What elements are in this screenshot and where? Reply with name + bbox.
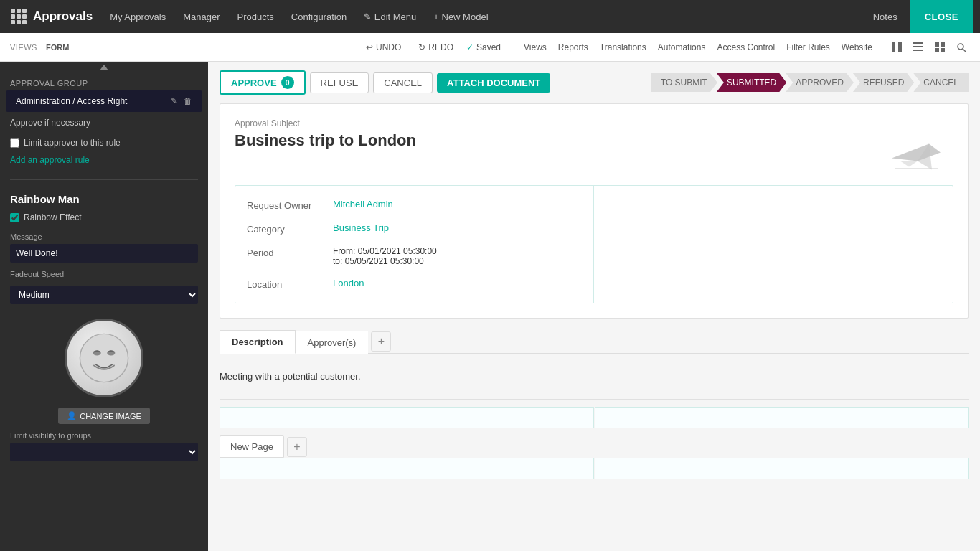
action-filter-rules[interactable]: Filter Rules [786,42,830,52]
limit-approver-row: Limit approver to this rule [0,133,208,152]
action-views[interactable]: Views [524,42,547,52]
bottom-cell-right [595,407,969,428]
edit-group-icon[interactable]: ✎ [171,96,178,106]
svg-rect-1 [898,42,902,52]
left-sidebar: Approval Group Administration / Access R… [0,62,208,551]
location-label: Location [247,278,333,290]
rainbow-man-title: Rainbow Man [0,184,208,209]
saved-indicator: ✓ Saved [466,42,501,52]
approval-group-header: Approval Group [0,73,208,90]
approve-button[interactable]: APPROVE 0 [220,70,306,95]
period-to: to: 05/05/2021 05:30:00 [333,256,582,266]
form-label: FORM [46,43,69,52]
top-navigation: Approvals My Approvals Manager Products … [0,0,980,33]
category-value[interactable]: Business Trip [333,222,582,233]
approve-label: APPROVE [231,77,277,88]
svg-rect-4 [913,50,923,51]
period-label: Period [247,246,333,258]
plane-icon-container [882,131,953,185]
delete-group-icon[interactable]: 🗑 [184,96,192,106]
edit-menu-button[interactable]: ✎ Edit Menu [357,9,423,25]
approval-title: Business trip to London [235,131,416,150]
new-page-add-button[interactable]: + [287,437,307,457]
form-fields-grid: Request Owner Mitchell Admin Category Bu… [235,185,953,303]
location-row: Location London [235,272,593,296]
category-row: Category Business Trip [235,217,593,240]
form-card: Approval Subject Business trip to London [220,103,969,319]
undo-button[interactable]: ↩ UNDO [362,41,405,54]
approve-badge: 0 [281,76,294,89]
bottom-grid [220,407,969,428]
tab-content-description: Meeting with a potential customer. [220,365,969,387]
nav-products[interactable]: Products [230,9,281,25]
add-rule-link[interactable]: Add an approval rule [0,152,208,168]
avatar [65,319,143,397]
search-button[interactable] [953,39,970,56]
check-icon: ✓ [466,42,473,52]
rainbow-effect-checkbox[interactable] [10,213,19,222]
fadeout-select-row: Slow Medium Fast [10,286,198,304]
list-view-icon[interactable] [910,39,927,56]
new-page-tab[interactable]: New Page [220,435,284,458]
tab-approvers[interactable]: Approver(s) [296,331,369,354]
plane-icon [889,138,946,178]
cancel-action-button[interactable]: CANCEL [373,72,433,93]
request-owner-value[interactable]: Mitchell Admin [333,199,582,209]
action-automations[interactable]: Automations [658,42,706,52]
action-bar: APPROVE 0 REFUSE CANCEL ATTACH DOCUMENT … [208,62,980,103]
svg-rect-6 [941,42,945,47]
action-website[interactable]: Website [842,42,872,52]
action-translations[interactable]: Translations [600,42,646,52]
bottom-grid2 [220,458,969,479]
new-model-button[interactable]: + New Model [426,9,495,25]
message-input[interactable] [10,244,198,263]
svg-rect-7 [935,48,939,52]
period-from: From: 05/01/2021 05:30:00 [333,246,582,256]
content-area: APPROVE 0 REFUSE CANCEL ATTACH DOCUMENT … [208,62,980,551]
svg-line-10 [963,49,966,52]
description-text: Meeting with a potential customer. [220,365,969,387]
tab-description[interactable]: Description [220,330,296,354]
status-submitted: SUBMITTED [717,73,786,92]
nav-my-approvals[interactable]: My Approvals [103,9,173,25]
close-button[interactable]: CLOSE [910,0,973,33]
status-pipeline: TO SUBMIT SUBMITTED APPROVED REFUSED CAN… [651,73,969,92]
fadeout-select[interactable]: Slow Medium Fast [10,286,198,304]
redo-button[interactable]: ↻ REDO [414,41,458,54]
visibility-select-row [10,443,198,461]
view-icons [888,39,970,56]
status-to-submit: TO SUBMIT [651,73,717,92]
tab-add-button[interactable]: + [371,331,391,352]
redo-icon: ↻ [418,42,425,52]
kanban-view-icon[interactable] [888,39,905,56]
nav-configuration[interactable]: Configuration [284,9,354,25]
limit-approver-checkbox[interactable] [10,138,19,148]
svg-rect-2 [913,42,923,44]
grid-icon [11,9,27,24]
group-name-text: Administration / Access Right [16,96,171,106]
approve-rule-item: Approve if necessary [0,112,208,133]
bottom-cell2-left [220,458,594,479]
secondary-toolbar: VIEWS FORM ↩ UNDO ↻ REDO ✓ Saved Views R… [0,33,980,62]
approval-group-item[interactable]: Administration / Access Right ✎ 🗑 [6,90,202,112]
apps-grid-button[interactable] [7,5,30,28]
notes-button[interactable]: Notes [863,9,908,25]
action-access-control[interactable]: Access Control [717,42,775,52]
undo-label: UNDO [376,42,401,52]
avatar-container [0,309,208,408]
content-divider [220,399,969,400]
attach-document-button[interactable]: ATTACH DOCUMENT [437,73,550,93]
grid-view-icon[interactable] [931,39,948,56]
request-owner-row: Request Owner Mitchell Admin [235,193,593,217]
request-owner-label: Request Owner [247,199,333,211]
visibility-select[interactable] [10,443,198,461]
change-image-row: 👤 CHANGE IMAGE [10,408,198,424]
location-value[interactable]: London [333,278,582,288]
change-image-button[interactable]: 👤 CHANGE IMAGE [58,408,150,424]
action-reports[interactable]: Reports [558,42,588,52]
period-value: From: 05/01/2021 05:30:00 to: 05/05/2021… [333,246,582,266]
nav-manager[interactable]: Manager [176,9,227,25]
approval-group-section: Approval Group Administration / Access R… [0,73,208,175]
svg-rect-8 [941,48,945,52]
refuse-button[interactable]: REFUSE [310,72,369,93]
